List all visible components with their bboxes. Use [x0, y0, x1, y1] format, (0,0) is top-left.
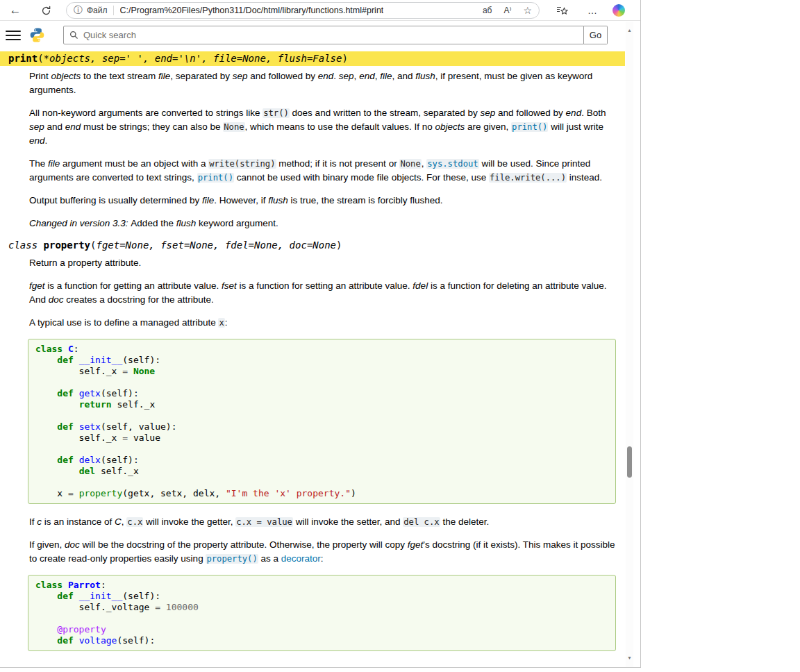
print-signature: print(*objects, sep=' ', end='\n', file=… [0, 51, 625, 66]
page-content: Go print(*objects, sep=' ', end='\n', fi… [0, 22, 625, 667]
doc-paragraph: Return a property attribute. [29, 256, 616, 270]
browser-window: ← ⓘ Файл C:/Program%20Files/Python311/Do… [0, 0, 800, 672]
doc-paragraph: fget is a function for getting an attrib… [29, 279, 616, 307]
scrollbar-thumb[interactable] [627, 446, 632, 478]
doc-paragraph: A typical use is to define a managed att… [29, 316, 616, 330]
refresh-icon[interactable] [36, 0, 56, 21]
code-block-class-parrot: class Parrot: def __init__(self): self._… [28, 575, 616, 651]
property-signature: class property(fget=None, fset=None, fde… [0, 240, 625, 251]
scrollbar-track[interactable]: ▲ ▼ [626, 22, 633, 667]
python-logo[interactable] [29, 27, 45, 43]
go-button[interactable]: Go [584, 26, 608, 44]
docs-header: Go [0, 22, 625, 48]
search-box [63, 26, 584, 44]
doc-paragraph: All non-keyword arguments are converted … [29, 106, 616, 148]
search-icon [69, 31, 78, 40]
url-text: C:/Program%20Files/Python311/Doc/html/li… [120, 6, 384, 15]
property-description: Return a property attribute. fget is a f… [29, 256, 616, 651]
favorite-star-icon[interactable]: ☆ [523, 5, 532, 16]
copilot-icon[interactable] [612, 0, 625, 21]
site-label: Файл [87, 6, 108, 15]
doc-paragraph: The file argument must be an object with… [29, 157, 616, 185]
settings-menu-icon[interactable]: … [588, 0, 598, 21]
window-right-border [640, 0, 641, 668]
address-bar[interactable]: ⓘ Файл C:/Program%20Files/Python311/Doc/… [66, 2, 540, 19]
doc-paragraph: Print objects to the text stream file, s… [29, 69, 616, 97]
print-description: Print objects to the text stream file, s… [29, 69, 616, 230]
scroll-down-icon[interactable]: ▼ [626, 652, 633, 663]
collections-icon[interactable] [556, 0, 568, 21]
back-icon[interactable]: ← [6, 0, 25, 21]
inline-link[interactable]: sys.stdout [426, 159, 478, 169]
doc-paragraph: If c is an instance of C, c.x will invok… [29, 515, 616, 529]
inline-link[interactable]: property() [206, 554, 258, 564]
search-input[interactable] [83, 30, 578, 40]
code-block-class-c: class C: def __init__(self): self._x = N… [28, 339, 616, 504]
scroll-up-icon[interactable]: ▲ [626, 24, 633, 35]
copilot-logo [612, 4, 625, 17]
menu-icon[interactable] [6, 31, 21, 40]
doc-paragraph: If given, doc will be the docstring of t… [29, 538, 616, 566]
page-info-icon[interactable]: ⓘ [74, 4, 83, 17]
inline-link[interactable]: print() [511, 122, 548, 132]
translate-icon[interactable]: аб [483, 6, 492, 15]
address-divider [113, 6, 114, 15]
doc-paragraph: Changed in version 3.3: Added the flush … [29, 217, 616, 230]
browser-toolbar: ← ⓘ Файл C:/Program%20Files/Python311/Do… [0, 0, 640, 21]
window-bottom-border [0, 667, 640, 668]
read-aloud-icon[interactable]: A⁾ [503, 6, 511, 15]
inline-link[interactable]: decorator [281, 553, 321, 564]
inline-link[interactable]: print() [197, 173, 234, 183]
doc-paragraph: Output buffering is usually determined b… [29, 194, 616, 208]
